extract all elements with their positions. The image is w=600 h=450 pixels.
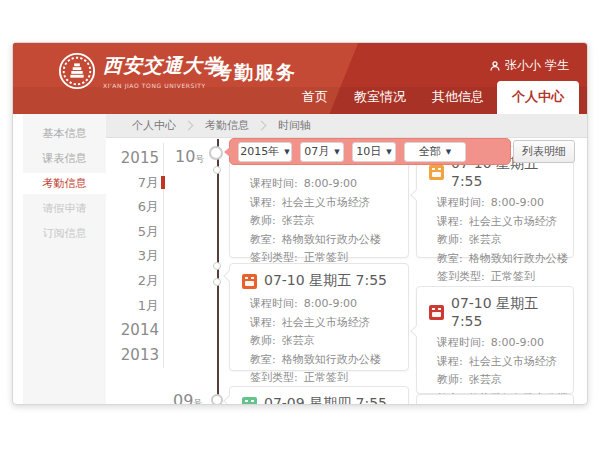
nav-item-home[interactable]: 首页 [289,82,341,114]
field-label: 课程: [437,215,463,228]
month-dropdown-value: 07月 [304,144,329,159]
sidebar-item-basic-info[interactable]: 基本信息 [23,123,106,144]
period-2013[interactable]: 2013 [109,343,159,368]
period-march[interactable]: 3月 [109,244,159,269]
field-label: 签到类型: [250,371,298,384]
period-january[interactable]: 1月 [109,294,159,319]
field-value: 张芸京 [469,373,502,386]
day-suffix: 号 [195,154,204,164]
sidebar-item-subscription[interactable]: 订阅信息 [23,223,106,244]
period-2014[interactable]: 2014 [109,318,159,343]
year-dropdown[interactable]: 2015年 ▼ [238,142,292,162]
year-dropdown-value: 2015年 [240,144,279,159]
field-value: 8:00-9:00 [491,336,544,349]
chevron-right-icon [184,121,194,131]
list-detail-button[interactable]: 列表明细 [513,140,575,163]
user-name: 张小小 [505,57,541,74]
field-value: 张芸京 [282,334,315,347]
field-label: 课程时间: [437,196,485,209]
card-tail [410,189,421,200]
field-label: 签到类型: [437,270,485,283]
field-value: 格物致知行政办公楼 [282,353,381,366]
card-date: 07-10 星期五 7:55 [264,272,387,290]
calendar-icon-orange-red [242,274,257,289]
card-tail [223,395,234,405]
card-tail [410,325,421,336]
timeline-axis [217,139,219,404]
user-role: 学生 [545,57,569,74]
type-dropdown[interactable]: 全部 ▼ [404,142,466,162]
day-number: 10 [175,147,195,166]
field-label: 教师: [437,233,463,246]
sidebar-item-leave-request[interactable]: 请假申请 [23,198,106,219]
day-dropdown-value: 10日 [356,144,381,159]
breadcrumb-personal-center[interactable]: 个人中心 [126,118,182,133]
calendar-icon-orange [429,165,444,180]
field-label: 教师: [250,214,276,227]
field-value: 8:00-9:00 [304,177,357,190]
day-marker-09[interactable]: 09号 [173,391,202,405]
breadcrumb-attendance-info[interactable]: 考勤信息 [199,118,255,133]
field-label: 课程: [437,355,463,368]
period-july[interactable]: 7月 [109,171,159,196]
day-suffix: 号 [193,398,202,405]
field-value: 张芸京 [469,233,502,246]
chevron-down-icon: ▼ [386,148,391,156]
period-may[interactable]: 5月 [109,220,159,245]
user-info[interactable]: 张小小 学生 [489,57,569,74]
card-tail [223,270,234,281]
day-dropdown[interactable]: 10日 ▼ [352,142,396,162]
app-header: 西安交通大学 XI'AN JIAO TONG UNIVERSITY 考勤服务 张… [13,43,588,114]
attendance-card[interactable]: 07-10 星期五 7:55 课程时间:8:00-9:00 课程:社会主义市场经… [229,263,409,371]
filter-bar-tail [224,147,230,157]
chevron-down-icon: ▼ [334,148,339,156]
field-value: 正常签到 [491,270,535,283]
calendar-icon-red [429,305,444,320]
university-logo [58,52,96,90]
timeline-node [213,278,221,286]
nav-item-classrooms[interactable]: 教室情况 [341,82,419,114]
month-dropdown[interactable]: 07月 ▼ [300,142,344,162]
breadcrumb-timeline[interactable]: 时间轴 [272,118,317,133]
sidebar-item-timetable[interactable]: 课表信息 [23,148,106,169]
timeline-node-large [209,146,223,160]
timeline-node-large [211,394,223,405]
type-dropdown-value: 全部 [419,144,441,159]
attendance-card[interactable]: 07-09 星期四 7:55 [229,386,409,405]
field-label: 教师: [250,334,276,347]
current-month-marker [161,176,165,189]
chevron-down-icon: ▼ [284,148,289,156]
field-label: 教室: [437,252,463,265]
main-nav: 首页 教室情况 其他信息 个人中心 [289,81,579,114]
day-number: 09 [173,391,193,405]
field-value: 8:00-9:00 [304,297,357,310]
timeline-node [213,166,221,174]
field-value: 正常签到 [304,371,348,384]
field-label: 教室: [250,233,276,246]
field-value: 张芸京 [282,214,315,227]
period-2015[interactable]: 2015 [109,146,159,171]
card-date: 07-10 星期五 7:55 [451,295,561,329]
field-value: 社会主义市场经济 [282,196,370,209]
period-june[interactable]: 6月 [109,195,159,220]
field-label: 课程时间: [437,336,485,349]
sidebar-item-attendance[interactable]: 考勤信息 [23,173,106,194]
timeline-node [213,262,221,270]
attendance-card[interactable] [416,394,574,405]
field-value: 格物致知行政办公楼 [469,252,568,265]
attendance-card[interactable]: 07-10 星期五 7:55 课程时间:8:00-9:00 课程:社会主义市场经… [416,286,574,394]
field-label: 课程时间: [250,297,298,310]
field-value: 8:00-9:00 [491,196,544,209]
nav-item-other-info[interactable]: 其他信息 [419,82,497,114]
period-february[interactable]: 2月 [109,269,159,294]
chevron-right-icon [257,121,267,131]
calendar-icon-green [242,397,257,406]
chevron-down-icon: ▼ [446,148,451,156]
card-date: 07-09 星期四 7:55 [264,395,387,405]
field-value: 社会主义市场经济 [469,355,557,368]
field-value: 格物致知行政办公楼 [282,233,381,246]
field-value: 社会主义市场经济 [469,215,557,228]
nav-item-personal-center[interactable]: 个人中心 [497,81,579,114]
sidebar: 基本信息 课表信息 考勤信息 请假申请 订阅信息 [23,114,106,404]
day-marker-10[interactable]: 10号 [175,147,204,166]
